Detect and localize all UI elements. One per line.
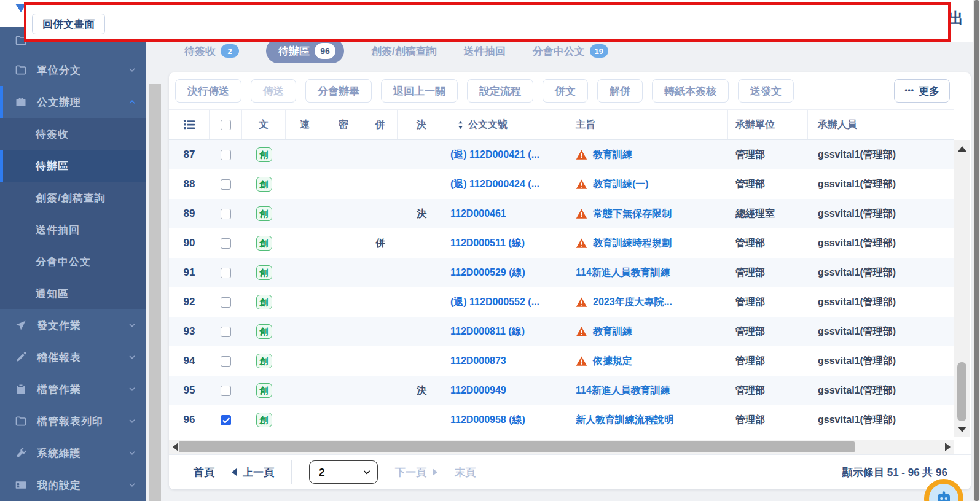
- table-row[interactable]: 91 創 112D000529 (線) 114新進人員教育訓練 管理部 gssv…: [169, 258, 954, 287]
- subject-link[interactable]: 常態下無保存限制: [593, 208, 672, 220]
- send-dispatch-button[interactable]: 送發文: [738, 79, 794, 103]
- subject-link[interactable]: 2023年度大專院...: [593, 296, 672, 309]
- row-checkbox[interactable]: [221, 297, 231, 308]
- row-checkbox[interactable]: [221, 238, 231, 249]
- sidebar-item-outgoing[interactable]: 發文作業: [0, 309, 146, 341]
- table-row[interactable]: 90 創 併 112D000511 (線) 教育訓練時程規劃 管理部 gssvi…: [169, 228, 954, 258]
- table-row[interactable]: 87 創 (退) 112D000421 (... 教育訓練 管理部 gssvit…: [169, 140, 954, 169]
- return-previous-button[interactable]: 退回上一關: [381, 79, 458, 103]
- tab-pending-area[interactable]: 待辦區 96: [266, 39, 344, 63]
- sidebar-item-my-settings[interactable]: 我的設定: [0, 469, 146, 501]
- set-flow-button[interactable]: 設定流程: [467, 79, 533, 103]
- subject-link[interactable]: 依據規定: [593, 355, 632, 368]
- decision-send-button[interactable]: 決行傳送: [175, 79, 241, 103]
- doc-number-link[interactable]: 112D000949: [445, 376, 568, 405]
- tab-draft-query[interactable]: 創簽/創稿查詢: [371, 44, 437, 58]
- sidebar-item-branch-docs[interactable]: 分會中公文: [0, 246, 146, 278]
- table-vertical-scrollbar[interactable]: [954, 140, 970, 437]
- numbered-list-icon[interactable]: [169, 110, 210, 139]
- warning-icon: [576, 355, 587, 367]
- table-row[interactable]: 92 創 (退) 112D000552 (... 2023年度大專院... 管理…: [169, 287, 954, 317]
- row-checkbox[interactable]: [221, 268, 231, 278]
- next-page-button[interactable]: 下一頁: [395, 465, 437, 480]
- doc-number-link[interactable]: 112D000811 (線): [445, 317, 568, 346]
- row-checkbox[interactable]: [221, 356, 231, 367]
- first-page-button[interactable]: 首頁: [194, 465, 214, 480]
- subject-link[interactable]: 教育訓練: [593, 149, 632, 161]
- unmerge-button[interactable]: 解併: [597, 79, 643, 103]
- folder-icon: [15, 63, 28, 77]
- page-select[interactable]: 2: [309, 460, 378, 484]
- table-row[interactable]: 95 創 決 112D000949 114新進人員教育訓練 管理部 gssvit…: [169, 376, 954, 405]
- col-doc-number-sort[interactable]: 公文文號: [445, 110, 568, 139]
- doc-number-link[interactable]: (退) 112D000424 (...: [445, 169, 568, 199]
- doc-number-link[interactable]: (退) 112D000552 (...: [445, 287, 568, 317]
- person-cell: gssvital1(管理部): [808, 199, 954, 228]
- table-row[interactable]: 88 創 (退) 112D000424 (... 教育訓練(一) 管理部 gss…: [169, 169, 954, 199]
- vertical-scrollbar-thumb[interactable]: [957, 362, 966, 421]
- sidebar-item-draft-query[interactable]: 創簽/創稿查詢: [0, 182, 146, 214]
- table-row[interactable]: 96 創 112D000958 (線) 新人教育訓練流程說明 管理部 gssvi…: [169, 405, 954, 435]
- row-checkbox[interactable]: [221, 209, 231, 219]
- person-cell: gssvital1(管理部): [808, 376, 954, 405]
- select-all-checkbox[interactable]: [221, 120, 231, 130]
- sidebar-item-system-maintenance[interactable]: 系統維護: [0, 437, 146, 469]
- sidebar-item-archive-work[interactable]: 檔管作業: [0, 373, 146, 405]
- scroll-left-icon[interactable]: [173, 443, 178, 451]
- row-checkbox[interactable]: [221, 150, 231, 160]
- warning-icon: [576, 326, 587, 338]
- table-row[interactable]: 89 創 決 112D000461 常態下無保存限制 總經理室 gssvital…: [169, 199, 954, 228]
- scroll-down-icon[interactable]: [958, 427, 966, 432]
- doc-number-link[interactable]: 112D000461: [445, 199, 568, 228]
- doc-number-link[interactable]: 112D000873: [445, 346, 568, 376]
- scroll-right-icon[interactable]: [945, 443, 951, 451]
- branch-complete-button[interactable]: 分會辦畢: [305, 79, 372, 103]
- next-arrow-icon: [433, 468, 437, 476]
- send-button[interactable]: 傳送: [251, 79, 296, 103]
- table-horizontal-scrollbar[interactable]: [169, 440, 954, 454]
- sidebar-item-recall[interactable]: 送件抽回: [0, 214, 146, 246]
- tab-branch-docs[interactable]: 分會中公文 19: [533, 44, 608, 58]
- sidebar-item-audit-reports[interactable]: 稽催報表: [0, 341, 146, 373]
- subject-link[interactable]: 教育訓練時程規劃: [593, 237, 672, 250]
- tab-to-sign[interactable]: 待簽收 2: [184, 44, 239, 58]
- doc-number-link[interactable]: (退) 112D000421 (...: [445, 140, 568, 169]
- row-checkbox[interactable]: [221, 179, 231, 190]
- subject-link[interactable]: 114新進人員教育訓練: [576, 384, 670, 397]
- table-row[interactable]: 94 創 112D000873 依據規定 管理部 gssvital1(管理部): [169, 346, 954, 376]
- sort-icon: [457, 120, 465, 130]
- row-checkbox[interactable]: [221, 327, 231, 337]
- prev-page-button[interactable]: 上一頁: [232, 465, 274, 480]
- doc-number-link[interactable]: 112D000511 (線): [445, 228, 568, 258]
- checkbox-cell: [210, 258, 242, 287]
- row-checkbox[interactable]: [221, 386, 231, 396]
- sidebar-item-pending-area[interactable]: 待辦區: [0, 150, 146, 182]
- sidebar-item-archive-report-print[interactable]: 檔管報表列印: [0, 405, 146, 437]
- back-to-merge-button[interactable]: 回併文畫面: [32, 14, 105, 34]
- merge-doc-button[interactable]: 併文: [543, 79, 588, 103]
- sidebar-item-unit-dispatch[interactable]: 單位分文: [0, 54, 146, 86]
- subject-link[interactable]: 114新進人員教育訓練: [576, 266, 670, 279]
- more-button[interactable]: ••• 更多: [894, 79, 950, 103]
- page-scrollbar-thumb[interactable]: [974, 0, 979, 501]
- doc-number-link[interactable]: 112D000958 (線): [445, 405, 568, 435]
- subject-link[interactable]: 教育訓練(一): [593, 178, 649, 191]
- speed-cell: [286, 317, 324, 346]
- subject-link[interactable]: 教育訓練: [593, 325, 632, 338]
- subject-link[interactable]: 新人教育訓練流程說明: [576, 414, 674, 427]
- paper-sign-button[interactable]: 轉紙本簽核: [652, 79, 729, 103]
- scroll-up-icon[interactable]: [958, 146, 966, 152]
- doc-number-link[interactable]: 112D000529 (線): [445, 258, 568, 287]
- table-row[interactable]: 93 創 112D000811 (線) 教育訓練 管理部 gssvital1(管…: [169, 317, 954, 346]
- sidebar-item-to-sign[interactable]: 待簽收: [0, 118, 146, 150]
- horizontal-scrollbar-thumb[interactable]: [179, 441, 855, 452]
- content-scrollbar[interactable]: [149, 84, 161, 501]
- logout-button[interactable]: 出: [949, 9, 963, 28]
- sidebar-item-doc-processing[interactable]: 公文辦理: [0, 86, 146, 118]
- tab-recall[interactable]: 送件抽回: [464, 44, 506, 58]
- merge-cell: [363, 140, 398, 169]
- row-checkbox[interactable]: [221, 415, 231, 425]
- last-page-button[interactable]: 末頁: [455, 465, 476, 480]
- sidebar-item-notifications[interactable]: 通知區: [0, 278, 146, 309]
- page-scrollbar[interactable]: [973, 0, 980, 501]
